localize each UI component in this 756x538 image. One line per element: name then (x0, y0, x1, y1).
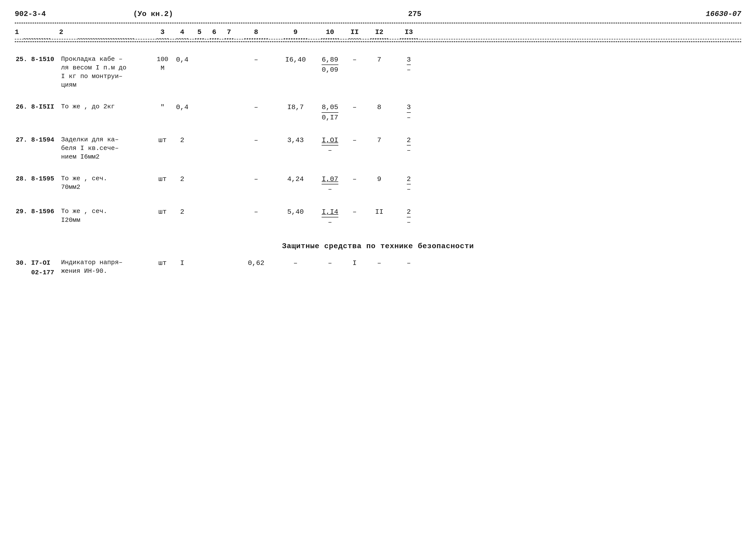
row-29-col13-bot: – (407, 217, 411, 227)
row-28-unit: шт (153, 174, 172, 185)
row-26-col4: 0,4 (172, 102, 192, 113)
row-30-col12: – (364, 258, 394, 268)
row-26-col5 (192, 102, 207, 103)
row-30-col6 (207, 258, 222, 259)
col-10-header: 10 (315, 28, 345, 36)
doc-number-left: 902-3-4 (15, 10, 46, 18)
row-27-col11: – (345, 135, 364, 145)
row-26-col12: 8 (364, 102, 394, 113)
doc-number-center: 275 (408, 10, 421, 18)
row-30-num: 30. I7-OI 02-177 (15, 258, 59, 278)
row-29-col9: 5,40 (276, 207, 315, 217)
row-28-col13-bot: – (407, 185, 411, 194)
row-26-col10-bot: 0,I7 (322, 113, 338, 122)
row-25-col11: – (345, 54, 364, 65)
table-row: 27. 8-1594 Заделки для ка–беля I кв.сече… (15, 128, 741, 166)
row-26-desc: То же , до 2кг (59, 102, 153, 112)
col-3-header: 3 (153, 28, 172, 36)
row-25-col6 (207, 54, 222, 55)
row-25-col8: – (237, 54, 276, 65)
header-bottom-separator (15, 41, 741, 42)
row-28-col6 (207, 174, 222, 175)
row-25-col10-bot: 0,09 (322, 65, 338, 75)
row-27-col12: 7 (364, 135, 394, 145)
row-26-col8: – (237, 102, 276, 113)
col-4-header: 4 (172, 28, 192, 36)
row-25-col5 (192, 54, 207, 55)
row-27-col5 (192, 135, 207, 136)
row-30-col11: I (345, 258, 364, 268)
row-25-num: 25. 8-1510 (15, 54, 59, 64)
col-1-header: 1 (15, 28, 59, 36)
row-27-col13-top: 2 (407, 135, 411, 145)
row-26-col9: I8,7 (276, 102, 315, 113)
row-30-col5 (192, 258, 207, 259)
doc-number-right: 16630-07 (706, 10, 741, 18)
col-2-header: 2 (59, 28, 153, 36)
row-29-col10-bot: – (328, 217, 332, 227)
row-26-col6 (207, 102, 222, 103)
row-28-col13-top: 2 (407, 174, 411, 185)
row-25-col7 (222, 54, 237, 55)
row-28-col9: 4,24 (276, 174, 315, 185)
col-8-header: 8 (237, 28, 276, 36)
row-28-desc: То же , сеч.70мм2 (59, 174, 153, 192)
row-28-col10: I,07 – (315, 174, 345, 194)
row-30-col13: – (394, 258, 424, 268)
col-6-header: 6 (207, 28, 222, 36)
row-28-col13: 2 – (394, 174, 424, 194)
row-27-col10-top: I,OI (322, 135, 338, 145)
document-header: 902-3-4 (Уо кн.2) 275 16630-07 (15, 10, 741, 21)
row-30-unit: шт (153, 258, 172, 268)
row-25-col13: 3 – (394, 54, 424, 75)
row-27-col7 (222, 135, 237, 136)
row-28-col8: – (237, 174, 276, 185)
row-30-desc: Индикатор напря–жения ИН-90. (59, 258, 153, 276)
row-27-unit: шт (153, 135, 172, 145)
col-5-header: 5 (192, 28, 207, 36)
col-13-header: I3 (394, 28, 424, 36)
row-27-col10: I,OI – (315, 135, 345, 156)
row-28-col10-bot: – (328, 185, 332, 194)
row-28-col11: – (345, 174, 364, 185)
table-row: 26. 8-I5II То же , до 2кг " 0,4 – I8,7 8… (15, 94, 741, 127)
col-7-header: 7 (222, 28, 237, 36)
col-9-header: 9 (276, 28, 315, 36)
row-30-col4: I (172, 258, 192, 268)
row-25-col9: I6,40 (276, 54, 315, 65)
row-29-col12: II (364, 207, 394, 217)
row-25-col10: 6,89 0,09 (315, 54, 345, 75)
row-29-col6 (207, 207, 222, 208)
row-26-col13-top: 3 (407, 102, 411, 113)
row-25-col12: 7 (364, 54, 394, 65)
row-29-col4: 2 (172, 207, 192, 217)
row-29-col10: I,I4 – (315, 207, 345, 227)
row-27-col9: 3,43 (276, 135, 315, 145)
row-29-num: 29. 8-1596 (15, 207, 59, 216)
row-27-col8: – (237, 135, 276, 145)
row-29-desc: То же , сеч.I20мм (59, 207, 153, 225)
row-26-col7 (222, 102, 237, 103)
row-27-num: 27. 8-1594 (15, 135, 59, 145)
row-25-desc: Прокладка кабе –ля весом I п.м доI кг по… (59, 54, 153, 90)
row-27-col4: 2 (172, 135, 192, 145)
section-title: Защитные средства по технике безопасност… (15, 242, 741, 250)
col-11-header: II (345, 28, 364, 36)
row-26-col10: 8,05 0,I7 (315, 102, 345, 123)
row-28-num: 28. 8-1595 (15, 174, 59, 184)
row-26-col10-top: 8,05 (322, 102, 338, 113)
row-28-col12: 9 (364, 174, 394, 185)
row-26-num: 26. 8-I5II (15, 102, 59, 112)
row-29-col13: 2 – (394, 207, 424, 227)
row-30-col8: 0,62 (237, 258, 276, 268)
row-28-col4: 2 (172, 174, 192, 185)
data-table: 25. 8-1510 Прокладка кабе –ля весом I п.… (15, 47, 741, 232)
table-row: 30. I7-OI 02-177 Индикатор напря–жения И… (15, 255, 741, 283)
table-row: 25. 8-1510 Прокладка кабе –ля весом I п.… (15, 47, 741, 94)
row-29-col7 (222, 207, 237, 208)
top-separator (15, 23, 741, 24)
row-26-col13-bot: – (407, 113, 411, 122)
row-30-col7 (222, 258, 237, 259)
row-29-col11: – (345, 207, 364, 217)
row-29-unit: шт (153, 207, 172, 217)
